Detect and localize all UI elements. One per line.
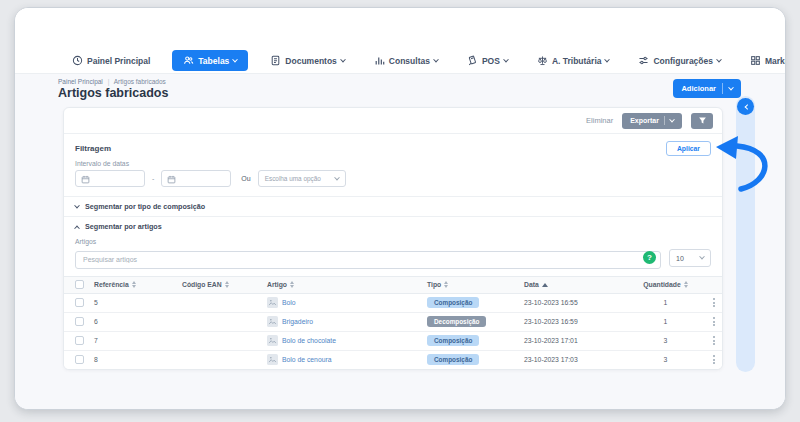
articles-table: Referência Código EAN Artigo Tipo [64, 276, 722, 371]
top-navigation: Painel PrincipalTabelasDocumentosConsult… [15, 8, 785, 74]
apply-button[interactable]: Aplicar [666, 141, 711, 156]
row-menu-icon[interactable] [711, 353, 717, 366]
date-from-input[interactable] [75, 170, 145, 187]
chevron-down-icon [503, 56, 509, 62]
sort-icon [444, 281, 448, 288]
cell-quantidade: 1 [627, 299, 704, 306]
image-placeholder-icon [267, 335, 278, 346]
section-articles-label: Segmentar por artigos [85, 222, 162, 231]
collapse-panel-button[interactable] [737, 98, 754, 115]
column-artigo[interactable]: Artigo [267, 281, 427, 288]
app-window: Painel PrincipalTabelasDocumentosConsult… [14, 7, 786, 410]
table-header-row: Referência Código EAN Artigo Tipo [64, 276, 722, 294]
table-row[interactable]: 7 Bolo de chocolate Composição 23-10-202… [64, 332, 722, 351]
nav-item-documentos[interactable]: Documentos [263, 50, 351, 71]
nav-item-painel-principal[interactable]: Painel Principal [65, 50, 157, 71]
nav-item-configuracoes[interactable]: Configurações [631, 50, 728, 71]
table-row[interactable]: 6 Brigadeiro Decomposição 23-10-2023 16:… [64, 313, 722, 332]
cell-quantidade: 1 [627, 318, 704, 325]
chevron-left-icon [744, 104, 750, 110]
table-row[interactable]: 9 Bolo de ananas Composição 23-10-2023 1… [64, 370, 722, 371]
chevron-down-icon [716, 56, 722, 62]
row-menu-icon[interactable] [711, 296, 717, 309]
nav-item-pos[interactable]: POS [460, 50, 515, 71]
chevron-up-icon [74, 225, 80, 231]
select-all-checkbox[interactable] [75, 280, 84, 289]
artigo-link[interactable]: Brigadeiro [282, 318, 313, 325]
help-icon[interactable]: ? [643, 251, 656, 264]
date-range-label: Intervalo de datas [75, 160, 711, 167]
table-row[interactable]: 5 Bolo Composição 23-10-2023 16:55 1 [64, 294, 722, 313]
delete-button[interactable]: Eliminar [586, 116, 613, 125]
sort-icon [290, 281, 294, 288]
breadcrumb: Painel Principal | Artigos fabricados [58, 78, 166, 85]
sort-icon [132, 281, 136, 288]
add-button-label: Adicionar [681, 84, 716, 93]
artigo-link[interactable]: Bolo de cenoura [282, 356, 332, 363]
filter-button[interactable] [691, 113, 713, 129]
column-tipo[interactable]: Tipo [427, 281, 524, 288]
cell-quantidade: 3 [627, 356, 704, 363]
cell-quantidade: 3 [627, 337, 704, 344]
date-to-input[interactable] [161, 170, 231, 187]
sort-icon [684, 281, 688, 288]
cell-data: 23-10-2023 17:01 [524, 337, 627, 344]
help-strip [736, 96, 755, 372]
breadcrumb-parent[interactable]: Painel Principal [58, 78, 103, 85]
artigo-link[interactable]: Bolo [282, 299, 296, 306]
option-select[interactable]: Escolha uma opção [258, 170, 346, 187]
date-separator: - [152, 175, 154, 182]
row-checkbox[interactable] [75, 336, 84, 345]
chevron-down-icon [340, 56, 346, 62]
table-toolbar: Eliminar Exportar [64, 108, 722, 134]
search-input[interactable] [75, 251, 661, 269]
column-quantidade[interactable]: Quantidade [627, 281, 704, 288]
tipo-badge: Decomposição [427, 316, 486, 327]
export-button[interactable]: Exportar [622, 113, 682, 129]
calendar-icon [167, 170, 176, 188]
date-range-block: Intervalo de datas - Ou [75, 160, 711, 187]
image-placeholder-icon [267, 354, 278, 365]
row-menu-icon[interactable] [711, 315, 717, 328]
add-button[interactable]: Adicionar [673, 79, 741, 98]
content-panel: Eliminar Exportar Filtragem Aplicar Inte… [63, 107, 723, 370]
cell-data: 23-10-2023 16:59 [524, 318, 627, 325]
row-menu-icon[interactable] [711, 334, 717, 347]
row-checkbox[interactable] [75, 355, 84, 364]
row-checkbox[interactable] [75, 317, 84, 326]
column-data[interactable]: Data [524, 281, 627, 288]
sliders-icon [638, 55, 649, 66]
breadcrumb-separator: | [108, 78, 110, 85]
page-size-value: 10 [676, 255, 684, 262]
table-row[interactable]: 8 Bolo de cenoura Composição 23-10-2023 … [64, 351, 722, 370]
clock-icon [72, 55, 83, 66]
chart-icon [374, 55, 385, 66]
tipo-badge: Composição [427, 297, 479, 308]
nav-item-marketplace[interactable]: Marketplace [743, 50, 786, 71]
chevron-down-icon [699, 254, 705, 260]
page-title: Artigos fabricados [58, 86, 168, 100]
button-divider [664, 116, 665, 125]
nav-item-consultas[interactable]: Consultas [367, 50, 445, 71]
nav-item-a-tributaria[interactable]: A. Tributária [530, 50, 617, 71]
chevron-down-icon [74, 202, 80, 208]
chevron-down-icon [669, 116, 675, 122]
section-composition-toggle[interactable]: Segmentar por tipo de composição [64, 196, 722, 216]
row-checkbox[interactable] [75, 298, 84, 307]
grid-icon [750, 55, 761, 66]
document-icon [270, 55, 281, 66]
section-composition-label: Segmentar por tipo de composição [85, 202, 205, 211]
page-size-select[interactable]: 10 [669, 249, 711, 267]
option-select-value: Escolha uma opção [265, 175, 321, 182]
column-codigo-ean[interactable]: Código EAN [182, 281, 267, 288]
artigo-link[interactable]: Bolo de chocolate [282, 337, 336, 344]
nav-item-tabelas[interactable]: Tabelas [172, 50, 248, 71]
section-articles-toggle[interactable]: Segmentar por artigos [64, 216, 722, 236]
breadcrumb-current: Artigos fabricados [114, 78, 166, 85]
cell-referencia: 8 [94, 356, 182, 363]
cell-data: 23-10-2023 16:55 [524, 299, 627, 306]
button-divider [722, 83, 723, 94]
tipo-badge: Composição [427, 335, 479, 346]
chevron-down-icon [605, 56, 611, 62]
column-referencia[interactable]: Referência [94, 281, 182, 288]
